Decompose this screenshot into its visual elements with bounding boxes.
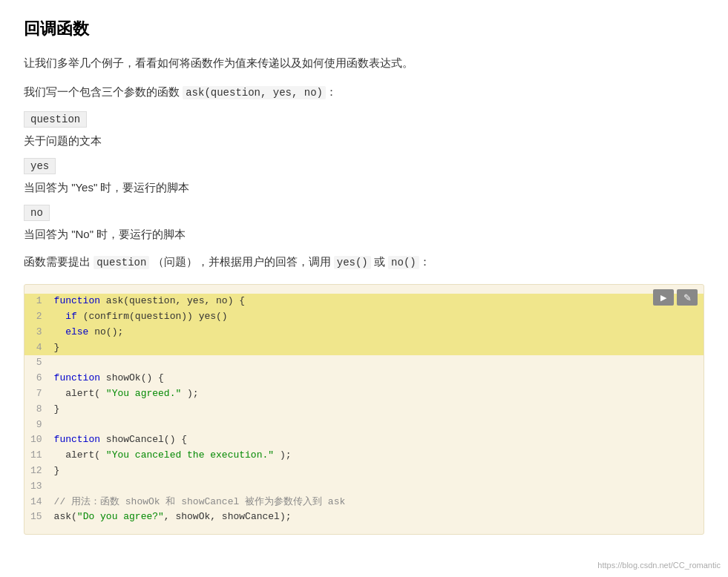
code-lines-container: 1function ask(question, yes, no) {2 if (…	[24, 285, 704, 534]
line-number: 3	[24, 325, 54, 340]
line-number: 6	[24, 371, 54, 386]
line-number: 15	[24, 510, 54, 525]
section-mid: （问题），并根据用户的回答，调用	[149, 255, 333, 268]
edit-icon	[683, 292, 692, 303]
line-number: 8	[24, 402, 54, 418]
line-content: }	[54, 402, 704, 418]
edit-button[interactable]	[677, 289, 698, 306]
code-line: 7 alert( "You agreed." );	[24, 386, 704, 402]
page-title: 回调函数	[24, 18, 704, 41]
param-question: question 关于问题的文本	[24, 111, 704, 151]
line-number: 12	[24, 464, 54, 479]
line-number: 11	[24, 448, 54, 464]
code-line: 5	[24, 355, 704, 371]
code-line: 4}	[24, 340, 704, 356]
code-toolbar	[653, 289, 698, 306]
intro-paragraph-2: 我们写一个包含三个参数的函数 ask(question, yes, no)：	[24, 82, 704, 102]
section-code1: question	[94, 256, 149, 269]
code-line: 15ask("Do you agree?", showOk, showCance…	[24, 510, 704, 525]
play-icon	[660, 292, 666, 303]
line-content	[54, 418, 704, 433]
code-line: 14// 用法：函数 showOk 和 showCancel 被作为参数传入到 …	[24, 495, 704, 510]
watermark: https://blog.csdn.net/CC_romantic	[597, 561, 721, 570]
code-line: 13	[24, 479, 704, 495]
section-paragraph: 函数需要提出 question （问题），并根据用户的回答，调用 yes() 或…	[24, 251, 704, 272]
param-question-label: question	[24, 111, 87, 128]
line-content: }	[54, 340, 704, 356]
code-line: 11 alert( "You canceled the execution." …	[24, 448, 704, 464]
line-number: 13	[24, 479, 54, 495]
line-number: 7	[24, 386, 54, 402]
line-content: function showCancel() {	[54, 432, 704, 448]
param-yes-label: yes	[24, 158, 56, 174]
code-line: 1function ask(question, yes, no) {	[24, 294, 704, 309]
line-content: function ask(question, yes, no) {	[54, 294, 704, 309]
line-content: ask("Do you agree?", showOk, showCancel)…	[54, 510, 704, 525]
line-number: 2	[24, 309, 54, 325]
line-number: 10	[24, 432, 54, 448]
param-question-desc: 关于问题的文本	[24, 131, 704, 151]
param-no-label: no	[24, 205, 50, 221]
param-yes: yes 当回答为 "Yes" 时，要运行的脚本	[24, 158, 704, 197]
intro2-suffix: ：	[326, 85, 337, 98]
line-content: else no();	[54, 325, 704, 340]
code-line: 3 else no();	[24, 325, 704, 340]
line-number: 9	[24, 418, 54, 433]
param-no-desc: 当回答为 "No" 时，要运行的脚本	[24, 224, 704, 244]
intro2-prefix: 我们写一个包含三个参数的函数	[24, 85, 183, 98]
code-line: 8}	[24, 402, 704, 418]
line-content	[54, 355, 704, 371]
param-no: no 当回答为 "No" 时，要运行的脚本	[24, 205, 704, 244]
run-button[interactable]	[653, 289, 674, 306]
line-content: function showOk() {	[54, 371, 704, 386]
line-number: 14	[24, 495, 54, 510]
code-line: 2 if (confirm(question)) yes()	[24, 309, 704, 325]
code-line: 9	[24, 418, 704, 433]
section-code2: yes()	[334, 256, 371, 269]
param-yes-desc: 当回答为 "Yes" 时，要运行的脚本	[24, 177, 704, 197]
line-content: if (confirm(question)) yes()	[54, 309, 704, 325]
line-content	[54, 479, 704, 495]
line-content: alert( "You canceled the execution." );	[54, 448, 704, 464]
code-line: 6function showOk() {	[24, 371, 704, 386]
line-number: 1	[24, 294, 54, 309]
section-prefix: 函数需要提出	[24, 255, 94, 268]
code-line: 10function showCancel() {	[24, 432, 704, 448]
section-suffix: ：	[419, 255, 430, 268]
section-or: 或	[371, 255, 388, 268]
intro-paragraph-1: 让我们多举几个例子，看看如何将函数作为值来传递以及如何使用函数表达式。	[24, 53, 704, 73]
line-content: }	[54, 464, 704, 479]
code-block-wrapper: 1function ask(question, yes, no) {2 if (…	[24, 284, 704, 535]
line-number: 4	[24, 340, 54, 356]
line-number: 5	[24, 355, 54, 371]
section-code3: no()	[388, 256, 419, 269]
code-line: 12}	[24, 464, 704, 479]
line-content: alert( "You agreed." );	[54, 386, 704, 402]
line-content: // 用法：函数 showOk 和 showCancel 被作为参数传入到 as…	[54, 495, 704, 510]
intro2-code: ask(question, yes, no)	[183, 86, 326, 99]
